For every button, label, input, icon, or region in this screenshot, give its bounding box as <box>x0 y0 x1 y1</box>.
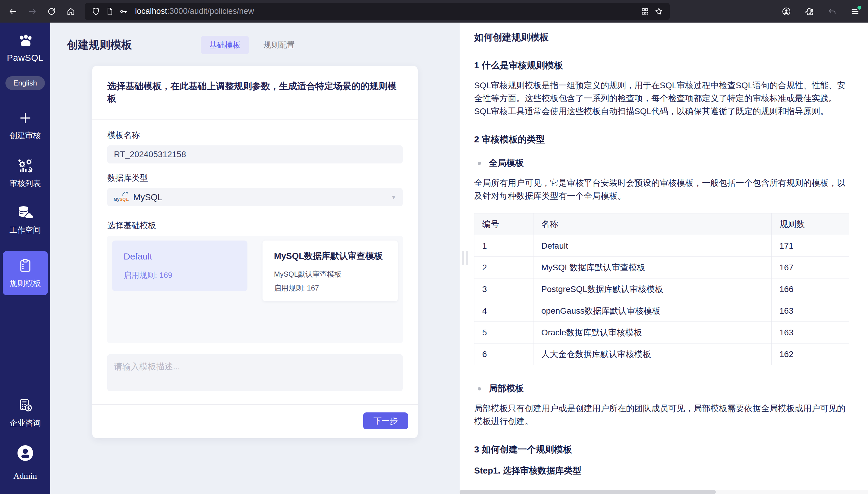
table-row: 4openGauss数据库默认审核模板163 <box>474 300 849 322</box>
sidebar-item-rule-templates[interactable]: 规则模板 <box>3 251 48 295</box>
global-templates-table: 编号 名称 规则数 1Default171 2MySQL数据库默认审查模板167… <box>474 213 849 365</box>
panel-resize-handle[interactable] <box>462 251 468 265</box>
enterprise-consult-icon <box>18 398 33 414</box>
qr-code-icon[interactable] <box>641 7 649 16</box>
card-footer: 下一步 <box>92 404 418 438</box>
col-header-id: 编号 <box>474 213 534 235</box>
global-template-bullet: 全局模板 <box>474 157 849 169</box>
account-icon[interactable] <box>781 6 792 17</box>
browser-actions <box>781 6 860 17</box>
svg-text:My: My <box>114 197 120 202</box>
brand-name: PawSQL <box>7 53 43 63</box>
template-name: Default <box>124 251 236 262</box>
base-template-list: Default 启用规则: 169 MySQL数据库默认审查模板 MySQL默认… <box>107 236 403 343</box>
admin-label: Admin <box>14 471 37 481</box>
shield-icon[interactable] <box>92 7 100 16</box>
bullet-icon <box>478 162 481 165</box>
card-heading-row: 选择基础模板，在此基础上调整规则参数，生成适合特定场景的的规则模板 <box>92 65 418 119</box>
sidebar: PawSQL English 创建审核 审核列表 <box>0 23 50 494</box>
help-section2-title: 2 审核模板的类型 <box>474 133 849 146</box>
template-name-input[interactable] <box>107 146 403 164</box>
local-template-bullet: 局部模板 <box>474 383 849 395</box>
sidebar-item-label: 工作空间 <box>10 225 41 235</box>
page-info-icon[interactable] <box>106 7 114 16</box>
sidebar-item-admin[interactable]: Admin <box>14 444 37 494</box>
sidebar-item-audit-list[interactable]: 审核列表 <box>10 158 41 189</box>
svg-text:SQL: SQL <box>120 197 128 202</box>
db-type-select[interactable]: My SQL MySQL ▼ <box>107 188 403 206</box>
menu-icon[interactable] <box>850 6 860 17</box>
back-icon[interactable] <box>8 6 18 17</box>
reload-icon[interactable] <box>47 6 57 17</box>
template-tile-mysql-default[interactable]: MySQL数据库默认审查模板 MySQL默认审查模板 启用规则: 167 <box>263 241 398 301</box>
template-name: MySQL数据库默认审查模板 <box>274 250 386 262</box>
language-toggle-button[interactable]: English <box>5 76 45 90</box>
table-row: 6人大金仓数据库默认审核模板162 <box>474 343 849 365</box>
avatar <box>17 444 34 463</box>
template-name-label: 模板名称 <box>107 130 403 140</box>
url-host: localhost <box>135 7 167 16</box>
mysql-logo-icon: My SQL <box>113 191 129 204</box>
card-heading: 选择基础模板，在此基础上调整规则参数，生成适合特定场景的的规则模板 <box>107 80 403 105</box>
sidebar-item-workspace[interactable]: 工作空间 <box>10 206 41 235</box>
help-title: 如何创建规则模板 <box>474 31 549 44</box>
local-template-body: 局部模板只有创建用户或是创建用户所在的团队成员可见，局部模板需要依据全局模板或用… <box>474 402 849 428</box>
audit-list-icon <box>17 158 33 174</box>
col-header-rule-count: 规则数 <box>772 213 849 235</box>
sidebar-item-create-audit[interactable]: 创建审核 <box>10 111 41 141</box>
help-section1-title: 1 什么是审核规则模板 <box>474 59 849 72</box>
table-row: 2MySQL数据库默认审查模板167 <box>474 257 849 279</box>
col-header-name: 名称 <box>534 213 772 235</box>
scrollbar-thumb[interactable] <box>459 490 716 494</box>
url-bar[interactable]: localhost:3000/audit/policies/new <box>85 3 670 20</box>
paw-icon <box>17 34 33 49</box>
page-title: 创建规则模板 <box>67 38 132 52</box>
template-description-input[interactable] <box>107 354 403 391</box>
forward-icon[interactable] <box>27 6 37 17</box>
browser-toolbar: localhost:3000/audit/policies/new <box>0 0 868 23</box>
url-path: :3000/audit/policies/new <box>167 7 254 16</box>
sidebar-item-label: 企业咨询 <box>10 418 41 429</box>
sidebar-item-label: 审核列表 <box>10 178 41 189</box>
bookmark-star-icon[interactable] <box>655 7 663 16</box>
update-badge <box>857 6 861 10</box>
sidebar-item-label: 创建审核 <box>10 130 41 141</box>
create-template-card: 选择基础模板，在此基础上调整规则参数，生成适合特定场景的的规则模板 模板名称 数… <box>92 65 418 438</box>
horizontal-scrollbar[interactable] <box>459 490 868 494</box>
main-header: 创建规则模板 基础模板 规则配置 <box>50 23 459 54</box>
key-icon[interactable] <box>119 7 128 16</box>
sidebar-item-enterprise-consult[interactable]: 企业咨询 <box>10 398 41 429</box>
db-type-label: 数据库类型 <box>107 172 403 183</box>
tab-base-template[interactable]: 基础模板 <box>201 36 249 54</box>
table-header-row: 编号 名称 规则数 <box>474 213 849 235</box>
help-section3-title: 3 如何创建一个规则模板 <box>474 443 849 456</box>
template-tile-default[interactable]: Default 启用规则: 169 <box>112 241 248 291</box>
step-tabs: 基础模板 规则配置 <box>201 36 303 54</box>
workspace-icon <box>17 206 34 221</box>
table-row: 5Oracle数据库默认审核模板163 <box>474 322 849 343</box>
extensions-icon[interactable] <box>804 6 814 17</box>
global-template-body: 全局所有用户可见，它是审核平台安装时会预设的审核模板，一般包括一个包含所有规则的… <box>474 176 849 202</box>
next-step-button[interactable]: 下一步 <box>363 413 408 429</box>
rule-template-icon <box>18 258 32 274</box>
help-section1-body: SQL审核规则模板是指一组预定义的规则，用于在SQL审核过程中检查SQL语句的合… <box>474 79 849 118</box>
chevron-down-icon: ▼ <box>391 194 397 201</box>
bullet-icon <box>478 387 481 391</box>
undo-icon[interactable] <box>827 6 837 17</box>
base-template-label: 选择基础模板 <box>107 220 403 231</box>
plus-icon <box>18 111 32 126</box>
template-rule-count: 启用规则: 169 <box>124 270 236 281</box>
help-step1-title: Step1. 选择审核数据库类型 <box>474 465 849 477</box>
help-panel: 如何创建规则模板 1 什么是审核规则模板 SQL审核规则模板是指一组预定义的规则… <box>459 23 868 494</box>
table-row: 3PostgreSQL数据库默认审核模板166 <box>474 279 849 300</box>
db-type-value: MySQL <box>133 192 162 202</box>
table-row: 1Default171 <box>474 235 849 257</box>
url-text: localhost:3000/audit/policies/new <box>135 7 254 16</box>
template-description: MySQL默认审查模板 <box>274 269 386 279</box>
sidebar-item-label: 规则模板 <box>10 278 41 289</box>
template-rule-count: 启用规则: 167 <box>274 283 386 293</box>
tab-rule-config[interactable]: 规则配置 <box>255 36 303 54</box>
home-icon[interactable] <box>66 6 76 17</box>
main-panel: 创建规则模板 基础模板 规则配置 选择基础模板，在此基础上调整规则参数，生成适合… <box>50 23 459 494</box>
help-header: 如何创建规则模板 <box>474 23 868 52</box>
